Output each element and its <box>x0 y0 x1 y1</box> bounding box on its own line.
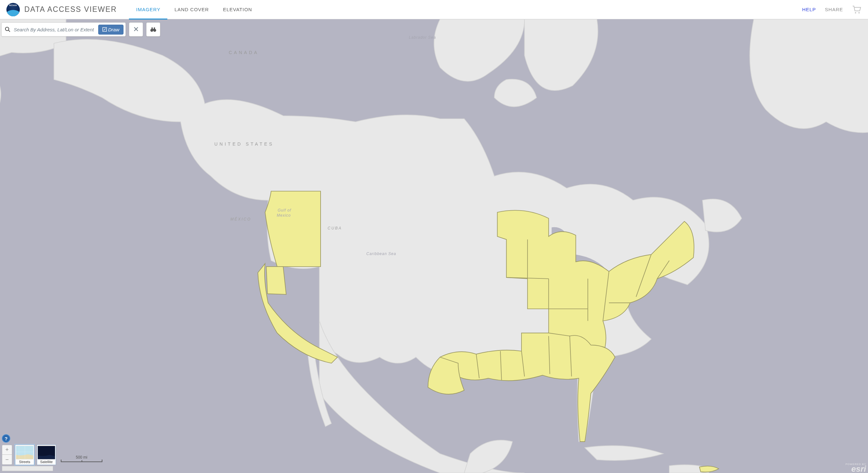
search-box: Draw <box>1 22 126 36</box>
header-right: HELP SHARE <box>802 5 862 14</box>
svg-line-4 <box>9 30 10 32</box>
scalebar: 500 mi <box>61 455 102 465</box>
svg-point-3 <box>5 27 9 31</box>
zoom-in-button[interactable]: + <box>2 445 12 455</box>
scalebar-label: 500 mi <box>61 455 102 460</box>
map-svg <box>0 19 868 473</box>
cart-icon[interactable] <box>852 5 862 14</box>
esri-logo: esri <box>846 466 866 472</box>
map-viewport[interactable]: CANADA UNITED STATES MÉXICO CUBA Gulf of… <box>0 19 868 473</box>
basemap-streets-thumb <box>16 445 33 460</box>
basemap-satellite[interactable]: Satellite <box>37 445 56 465</box>
nav-land-cover[interactable]: LAND COVER <box>167 0 216 19</box>
header: NOAA DATA ACCESS VIEWER IMAGERY LAND COV… <box>0 0 868 19</box>
close-icon: ✕ <box>133 25 139 34</box>
help-link[interactable]: HELP <box>802 7 816 12</box>
binoculars-icon <box>150 27 156 32</box>
search-input[interactable] <box>14 27 97 32</box>
attribution-panel[interactable] <box>2 466 53 471</box>
nav-elevation[interactable]: ELEVATION <box>216 0 259 19</box>
nav-imagery[interactable]: IMAGERY <box>129 0 167 19</box>
svg-point-0 <box>855 12 856 13</box>
esri-credit: POWERED BY esri <box>846 463 866 472</box>
search-toolbar: Draw ✕ <box>1 22 160 36</box>
search-icon <box>5 27 10 32</box>
app-title: DATA ACCESS VIEWER <box>24 5 117 14</box>
logo-text: NOAA <box>6 4 20 6</box>
noaa-logo: NOAA <box>6 3 20 16</box>
basemap-satellite-label: Satellite <box>38 460 55 464</box>
draw-label: Draw <box>108 27 119 32</box>
svg-rect-10 <box>152 29 154 30</box>
svg-point-1 <box>859 12 860 13</box>
draw-icon <box>102 27 107 32</box>
main-nav: IMAGERY LAND COVER ELEVATION <box>129 0 259 19</box>
zoom-control: + − <box>2 445 12 465</box>
basemap-streets[interactable]: Streets <box>16 445 34 465</box>
share-link[interactable]: SHARE <box>825 7 843 12</box>
basemap-satellite-thumb <box>38 445 55 460</box>
basemap-streets-label: Streets <box>16 460 33 464</box>
find-button[interactable] <box>146 22 160 36</box>
help-bubble[interactable]: ? <box>2 434 10 443</box>
zoom-out-button[interactable]: − <box>2 455 12 464</box>
draw-button[interactable]: Draw <box>98 25 124 35</box>
bottom-left-controls: + − Streets Satellite 500 mi <box>2 445 102 471</box>
clear-search-button[interactable]: ✕ <box>129 22 143 36</box>
